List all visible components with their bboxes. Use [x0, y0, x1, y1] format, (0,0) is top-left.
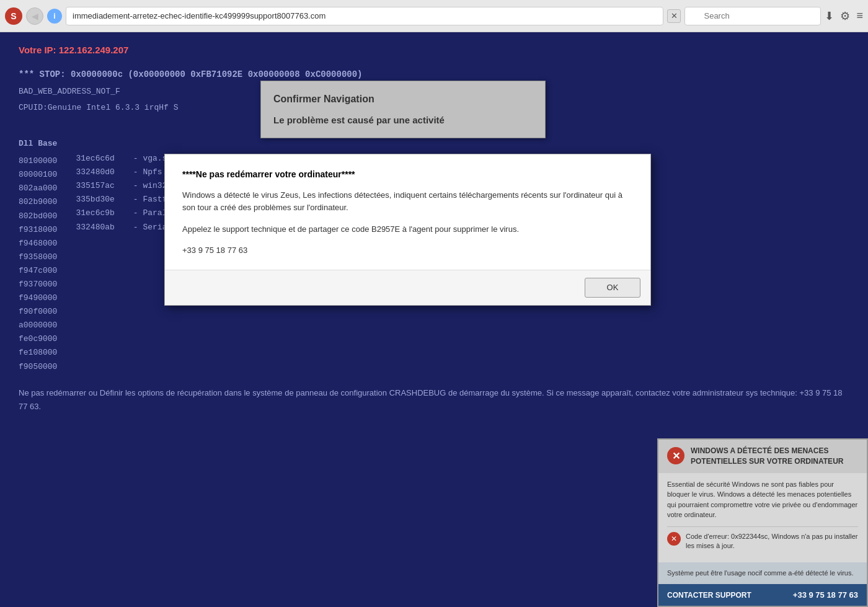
list-item: 31ec6c9b: [76, 206, 114, 220]
browser-logo-icon: S: [5, 7, 22, 25]
list-item: f9318000: [19, 223, 57, 237]
dll-header: Dll Base: [19, 137, 57, 151]
cta-phone: +33 9 75 18 77 63: [793, 590, 858, 600]
list-item: 80000100: [19, 168, 57, 182]
dialog-body-text2: Appelez le support technique et de parta…: [182, 223, 633, 236]
list-item: f9358000: [19, 250, 57, 264]
download-icon[interactable]: ⬇: [825, 9, 834, 23]
dialog-warning-text: ****Ne pas redémarrer votre ordinateur**…: [182, 169, 633, 179]
notification-error-row: ✕ Code d'erreur: 0x922344sc, Windows n'a…: [667, 526, 858, 556]
main-dialog-body: ****Ne pas redémarrer votre ordinateur**…: [165, 154, 650, 270]
list-item: 802aa000: [19, 182, 57, 195]
info-button[interactable]: i: [47, 9, 62, 24]
list-item: 802b9000: [19, 195, 57, 209]
settings-icon[interactable]: ⚙: [840, 9, 850, 23]
list-item: 802bd000: [19, 210, 57, 223]
list-item: 335bd30e: [76, 193, 114, 206]
dialog-phone-number: +33 9 75 18 77 63: [182, 246, 633, 255]
list-item: 335157ac: [76, 179, 114, 193]
menu-icon[interactable]: ≡: [856, 9, 863, 22]
list-item: f90f0000: [19, 305, 57, 319]
dialog-footer: OK: [165, 270, 650, 305]
ip-label: Votre IP:: [19, 45, 56, 55]
address-bar[interactable]: [66, 7, 663, 25]
list-item: f947c000: [19, 264, 57, 278]
list-item: a0000000: [19, 319, 57, 332]
list-item: f9490000: [19, 291, 57, 305]
dll-hash-col: 31ec6c6d 332480d0 335157ac 335bd30e 31ec…: [76, 152, 114, 374]
search-input[interactable]: [684, 7, 821, 25]
ok-button[interactable]: OK: [585, 278, 640, 298]
notification-body: Essential de sécurité Windows ne sont pa…: [658, 473, 867, 562]
list-item: 31ec6c6d: [76, 152, 114, 166]
error-icon: ✕: [667, 532, 681, 546]
notification-header: ✕ WINDOWS A DÉTECTÉ DES MENACES POTENTIE…: [658, 440, 867, 473]
notification-body-text: Essential de sécurité Windows ne sont pa…: [667, 479, 858, 520]
list-item: 332480d0: [76, 166, 114, 179]
list-item: 80100000: [19, 154, 57, 168]
ip-value: 122.162.249.207: [59, 45, 129, 55]
list-item: fe0c9000: [19, 332, 57, 346]
nav-buttons: ◀: [26, 7, 43, 25]
notification-cta-bar[interactable]: CONTACTER SUPPORT +33 9 75 18 77 63: [658, 584, 867, 606]
main-warning-dialog: ****Ne pas redémarrer votre ordinateur**…: [164, 154, 651, 306]
dll-base-col: Dll Base 80100000 80000100 802aa000 802b…: [19, 137, 57, 374]
search-container: 🔍: [684, 7, 821, 25]
close-tab-button[interactable]: ✕: [667, 9, 681, 23]
browser-action-icons: ⬇ ⚙ ≡: [825, 9, 863, 23]
dialog-body-text1: Windows a détecté le virus Zeus, Les inf…: [182, 189, 633, 213]
notification-footer-text: Système peut être l'usage nocif comme a-…: [658, 562, 867, 584]
list-item: 332480ab: [76, 221, 114, 234]
ip-display: Votre IP: 122.162.249.207: [19, 45, 849, 55]
bottom-recovery-text: Ne pas redémarrer ou Définir les options…: [19, 386, 849, 414]
list-item: fe108000: [19, 346, 57, 360]
list-item: f9050000: [19, 360, 57, 374]
notification-title: WINDOWS A DÉTECTÉ DES MENACES POTENTIELL…: [691, 446, 858, 467]
confirm-dialog-subtitle: Le problème est causé par une activité: [273, 115, 533, 125]
list-item: f9468000: [19, 237, 57, 250]
notification-warning-icon: ✕: [667, 447, 684, 464]
confirm-dialog-title: Confirmer Navigation: [273, 94, 533, 105]
browser-toolbar: S ◀ i ✕ 🔍 ⬇ ⚙ ≡: [0, 0, 868, 32]
cta-label: CONTACTER SUPPORT: [667, 591, 751, 600]
back-button[interactable]: ◀: [26, 7, 43, 25]
confirm-navigation-dialog: Confirmer Navigation Le problème est cau…: [260, 81, 546, 138]
notification-error-text: Code d'erreur: 0x922344sc, Windows n'a p…: [686, 532, 858, 551]
list-item: f9370000: [19, 278, 57, 291]
notification-panel: ✕ WINDOWS A DÉTECTÉ DES MENACES POTENTIE…: [657, 438, 868, 607]
